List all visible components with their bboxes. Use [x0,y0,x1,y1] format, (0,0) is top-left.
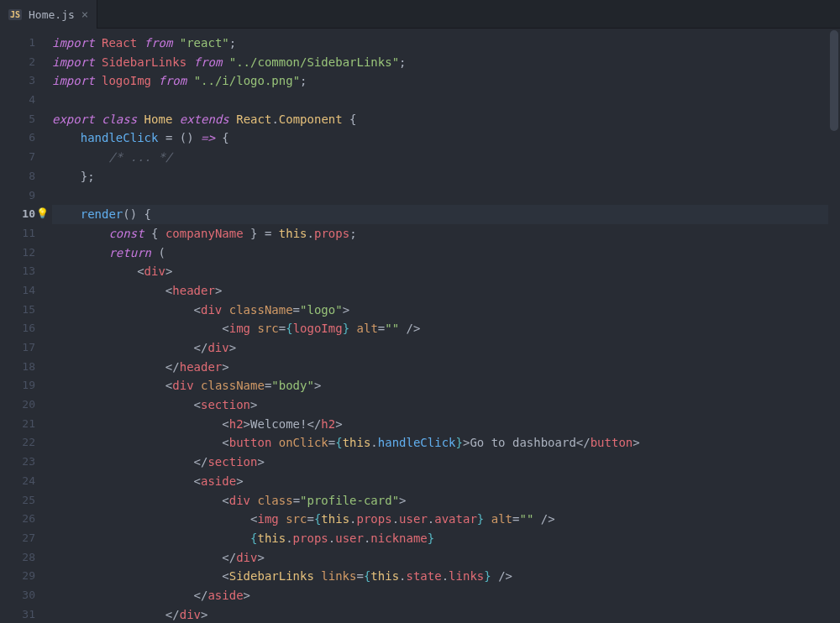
code-line[interactable]: <div> [52,262,840,281]
close-icon[interactable]: × [81,8,88,20]
line-number[interactable]: 30 [0,586,52,605]
code-line[interactable]: <div className="body"> [52,376,840,395]
line-number[interactable]: 8 [0,167,52,186]
code-line[interactable]: handleClick = () => { [52,128,840,148]
line-number[interactable]: 23 [0,453,52,472]
js-file-icon: JS [8,9,22,20]
code-line[interactable]: <SidebarLinks links={this.state.links} /… [52,567,840,586]
line-number[interactable]: 20 [0,395,52,415]
line-number[interactable]: 11 [0,224,52,243]
code-line[interactable]: </header> [52,358,840,377]
code-line[interactable]: </div> [52,338,840,358]
line-number[interactable]: 13 [0,262,52,281]
line-number[interactable]: 26 [0,510,52,529]
line-number-gutter: 12345678910💡1112131415161718192021222324… [0,29,52,623]
code-line[interactable] [52,186,840,206]
code-line[interactable]: <section> [52,395,840,415]
line-number[interactable]: 22 [0,433,52,453]
line-number[interactable]: 18 [0,358,52,377]
code-line[interactable]: <div class="profile-card"> [52,491,840,510]
code-line[interactable] [52,91,840,110]
code-line[interactable]: {this.props.user.nickname} [52,529,840,548]
code-line[interactable]: </div> [52,605,840,623]
code-line[interactable]: <img src={logoImg} alt="" /> [52,319,840,338]
line-number[interactable]: 28 [0,548,52,568]
scrollbar-thumb[interactable] [830,30,838,131]
code-line[interactable]: import SidebarLinks from "../common/Side… [52,53,840,72]
line-number[interactable]: 4 [0,91,52,110]
line-number[interactable]: 2 [0,53,52,72]
code-line[interactable]: <aside> [52,472,840,491]
code-line[interactable]: import React from "react"; [52,34,840,53]
code-line[interactable]: render() { [52,205,840,224]
tab-filename: Home.js [29,8,75,21]
code-line[interactable]: /* ... */ [52,148,840,167]
code-line[interactable]: </aside> [52,586,840,605]
code-line[interactable]: return ( [52,243,840,263]
tab-home-js[interactable]: JS Home.js × [0,0,97,29]
line-number[interactable]: 29 [0,567,52,586]
code-line[interactable]: <div className="logo"> [52,301,840,320]
tab-bar: JS Home.js × [0,0,840,29]
line-number[interactable]: 19 [0,376,52,395]
code-line[interactable]: import logoImg from "../i/logo.png"; [52,71,840,91]
line-number[interactable]: 27 [0,529,52,548]
line-number[interactable]: 6 [0,128,52,148]
line-number[interactable]: 1 [0,34,52,53]
line-number[interactable]: 16 [0,319,52,338]
line-number[interactable]: 3 [0,71,52,91]
line-number[interactable]: 17 [0,338,52,358]
code-line[interactable]: }; [52,167,840,186]
code-line[interactable]: <img src={this.props.user.avatar} alt=""… [52,510,840,529]
code-area[interactable]: import React from "react";import Sidebar… [52,29,840,623]
line-number[interactable]: 12 [0,243,52,263]
line-number[interactable]: 24 [0,472,52,491]
code-line[interactable]: </section> [52,453,840,472]
code-line[interactable]: <h2>Welcome!</h2> [52,415,840,434]
line-number[interactable]: 5 [0,110,52,129]
code-line[interactable]: <header> [52,281,840,301]
code-line[interactable]: const { companyName } = this.props; [52,224,840,243]
line-number[interactable]: 21 [0,415,52,434]
line-number[interactable]: 31 [0,605,52,623]
line-number[interactable]: 15 [0,301,52,320]
line-number[interactable]: 14 [0,281,52,301]
code-line[interactable]: export class Home extends React.Componen… [52,110,840,129]
code-line[interactable]: <button onClick={this.handleClick}>Go to… [52,433,840,453]
line-number[interactable]: 9 [0,186,52,206]
vertical-scrollbar[interactable] [828,29,840,623]
line-number[interactable]: 25 [0,491,52,510]
lightbulb-icon[interactable]: 💡 [36,207,49,219]
editor: 12345678910💡1112131415161718192021222324… [0,29,840,623]
line-number[interactable]: 7 [0,148,52,167]
code-line[interactable]: </div> [52,548,840,568]
